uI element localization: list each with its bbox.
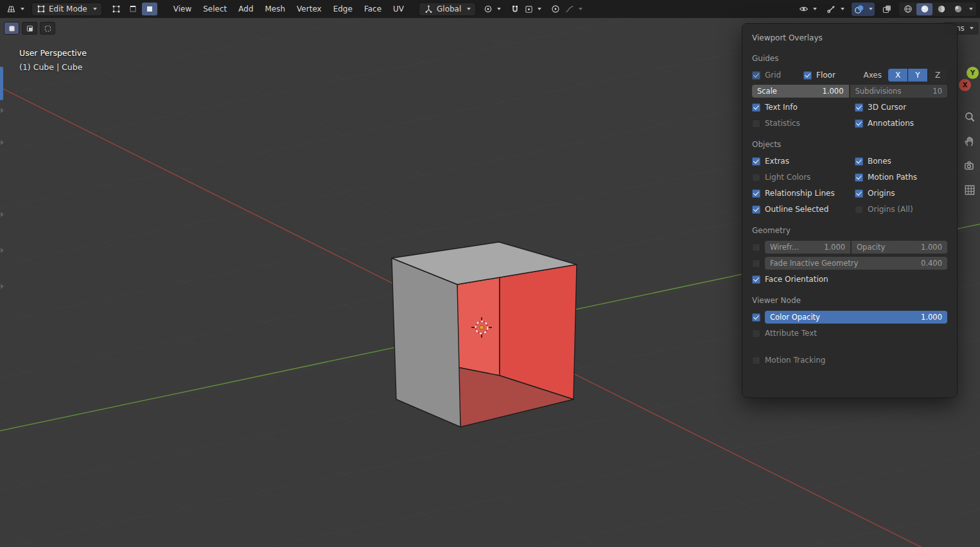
snap-target-dropdown[interactable] [522, 3, 543, 16]
attribute-text-checkbox[interactable] [752, 329, 760, 338]
chevron-down-icon [21, 8, 24, 10]
origins-checkbox[interactable] [855, 189, 863, 198]
mode-dropdown[interactable]: Edit Mode [31, 3, 102, 16]
objects-section-label: Objects [752, 140, 947, 149]
editor-type-button[interactable] [4, 3, 26, 16]
menu-edge[interactable]: Edge [328, 2, 358, 16]
cube-left-face[interactable] [392, 258, 460, 427]
fade-inactive-checkbox[interactable] [752, 259, 760, 268]
axis-z-toggle[interactable]: Z [928, 69, 947, 82]
axis-y-toggle[interactable]: Y [908, 69, 928, 82]
gizmo-x-axis-ball[interactable]: X [959, 79, 971, 91]
camera-icon [963, 159, 976, 172]
proportional-edit-button[interactable] [548, 3, 563, 16]
falloff-dropdown[interactable] [563, 3, 584, 16]
menu-select[interactable]: Select [197, 2, 232, 16]
viewer-node-section-label: Viewer Node [752, 296, 947, 305]
chevron-down-icon [970, 27, 974, 30]
color-opacity-checkbox[interactable] [752, 313, 760, 322]
face-orientation-checkbox[interactable] [752, 275, 760, 284]
mode-label: Edit Mode [49, 4, 87, 13]
geometry-row-2: Fade Inactive Geometry 0.400 [752, 257, 947, 270]
pivot-point-button[interactable] [481, 3, 503, 16]
menu-vertex[interactable]: Vertex [291, 2, 328, 16]
face-orientation-label: Face Orientation [765, 275, 828, 284]
overlays-dropdown[interactable] [852, 3, 875, 16]
light-colors-checkbox[interactable] [752, 173, 760, 182]
menu-add[interactable]: Add [232, 2, 259, 16]
subdivisions-field[interactable]: Subdivisions 10 [850, 85, 948, 98]
opacity-slider[interactable]: Opacity 1.000 [852, 241, 947, 254]
menu-uv[interactable]: UV [387, 2, 410, 16]
gizmo-dropdown[interactable] [824, 3, 846, 16]
shading-solid-button[interactable] [916, 3, 932, 15]
floor-label: Floor [816, 71, 836, 80]
select-mode-new-button[interactable] [4, 22, 19, 35]
menu-mesh[interactable]: Mesh [259, 2, 292, 16]
shading-dropdown[interactable] [967, 3, 976, 15]
shading-material-button[interactable] [933, 3, 949, 15]
geometry-row-1: Wirefr... 1.000 Opacity 1.000 [752, 241, 947, 254]
vertex-select-button[interactable] [109, 3, 124, 15]
face-select-icon [145, 4, 154, 13]
wireframe-slider[interactable]: Wirefr... 1.000 [765, 241, 850, 254]
select-mode-subtract-button[interactable] [40, 22, 55, 35]
collapsed-toolbar-strip[interactable] [0, 18, 5, 547]
cube-top-face[interactable] [392, 242, 577, 284]
orientation-dropdown[interactable]: Global [419, 3, 476, 16]
gizmo-y-axis-ball[interactable]: Y [967, 67, 979, 79]
select-mode-extend-button[interactable] [22, 22, 37, 35]
zoom-button[interactable] [962, 109, 977, 125]
text-info-checkbox[interactable] [752, 103, 760, 112]
annotations-checkbox[interactable] [855, 119, 863, 128]
viewer-node-row-2: Attribute Text [752, 327, 947, 340]
edge-select-button[interactable] [125, 3, 141, 15]
wireframe-checkbox[interactable] [752, 243, 760, 252]
fade-inactive-slider[interactable]: Fade Inactive Geometry 0.400 [765, 257, 947, 270]
motion-paths-checkbox[interactable] [855, 173, 863, 182]
viewport-grid-icon [6, 4, 17, 14]
statistics-checkbox[interactable] [752, 119, 760, 128]
rendered-sphere-icon [953, 4, 963, 14]
relationship-lines-checkbox[interactable] [752, 189, 760, 198]
objects-row-4: Outline Selected Origins (All) [752, 203, 947, 216]
cube-mesh [392, 242, 577, 427]
guides-section-label: Guides [752, 54, 947, 63]
origins-label: Origins [868, 189, 895, 198]
xray-toggle-button[interactable] [880, 3, 894, 16]
shading-wireframe-button[interactable] [900, 3, 916, 15]
pan-button[interactable] [962, 134, 977, 149]
menu-face[interactable]: Face [358, 2, 387, 16]
origins-all-checkbox[interactable] [855, 205, 863, 214]
floor-checkbox[interactable] [803, 71, 812, 80]
ortho-toggle-button[interactable] [962, 182, 977, 198]
motion-tracking-checkbox[interactable] [752, 356, 760, 365]
grid-scale-slider[interactable]: Scale 1.000 [752, 85, 849, 98]
3d-cursor-checkbox[interactable] [855, 103, 863, 112]
color-opacity-value: 1.000 [921, 313, 942, 322]
pivot-point-icon [483, 4, 493, 14]
grid-checkbox[interactable] [752, 71, 760, 80]
cube-selected-face-inner-right[interactable] [500, 265, 577, 399]
axis-x-toggle[interactable]: X [888, 69, 908, 82]
camera-view-button[interactable] [962, 158, 977, 173]
orientation-label: Global [437, 4, 461, 13]
color-opacity-label: Color Opacity [770, 313, 820, 322]
face-select-button[interactable] [142, 3, 157, 15]
chevron-down-icon [813, 8, 817, 10]
snap-toggle-button[interactable] [508, 3, 522, 16]
extras-checkbox[interactable] [752, 157, 760, 166]
motion-paths-label: Motion Paths [868, 173, 917, 182]
cube-selected-face-floor[interactable] [457, 367, 573, 427]
chevron-down-icon [93, 8, 97, 10]
hand-icon [963, 135, 976, 148]
color-opacity-slider[interactable]: Color Opacity 1.000 [765, 311, 947, 324]
shading-rendered-button[interactable] [950, 3, 966, 15]
outline-selected-checkbox[interactable] [752, 205, 760, 214]
bones-checkbox[interactable] [855, 157, 863, 166]
toolbar-tick-icon [1, 284, 4, 289]
visibility-dropdown[interactable] [796, 3, 819, 16]
motion-tracking-row: Motion Tracking [752, 354, 947, 367]
menu-view[interactable]: View [168, 2, 197, 16]
cube-selected-face-inner-left[interactable] [457, 277, 500, 376]
